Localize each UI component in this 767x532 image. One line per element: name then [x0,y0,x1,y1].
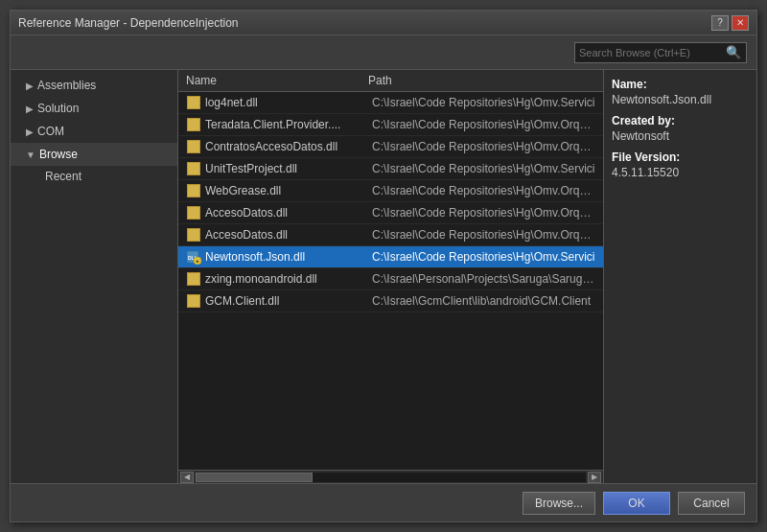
file-path: C:\Israel\Personal\Projects\Saruga\Sarug… [372,272,595,286]
scroll-right-arrow[interactable]: ▶ [588,472,601,483]
table-row[interactable]: UnitTestProject.dll C:\Israel\Code Repos… [178,158,603,180]
com-arrow: ▶ [26,127,34,137]
info-created-value: Newtonsoft [612,129,749,143]
file-path: C:\Israel\Code Repositories\Hg\Omv.Orque… [372,206,595,220]
info-version-label: File Version: [612,150,749,164]
file-name: Teradata.Client.Provider.... [205,118,372,131]
file-path: C:\Israel\Code Repositories\Hg\Omv.Servi… [372,250,595,264]
table-row[interactable]: AccesoDatos.dll C:\Israel\Code Repositor… [178,224,603,246]
special-dll-icon: DLL ★ [186,249,201,265]
table-row[interactable]: log4net.dll C:\Israel\Code Repositories\… [178,92,603,114]
info-created-label: Created by: [612,114,749,127]
dll-icon [187,272,200,286]
file-list: log4net.dll C:\Israel\Code Repositories\… [178,92,603,470]
file-path: C:\Israel\Code Repositories\Hg\Omv.Orque… [372,118,595,131]
sidebar-item-browse-label: Browse [39,148,78,161]
sidebar-item-solution[interactable]: ▶ Solution [11,97,177,120]
info-name-label: Name: [612,78,749,91]
col-path-header: Path [368,74,595,87]
file-path: C:\Israel\Code Repositories\Hg\Omv.Orque… [372,140,595,153]
info-panel: Name: Newtonsoft.Json.dll Created by: Ne… [603,70,756,483]
dll-icon [187,184,200,197]
dll-icon [187,206,200,220]
file-icon [186,293,201,309]
file-icon [186,183,201,198]
title-bar: Reference Manager - DependenceInjection … [11,11,756,35]
window-title: Reference Manager - DependenceInjection [18,16,238,30]
table-row[interactable]: ContratosAccesoDatos.dll C:\Israel\Code … [178,136,603,158]
info-name-value: Newtonsoft.Json.dll [612,93,749,106]
file-name: log4net.dll [205,96,372,109]
file-table-header: Name Path [178,70,603,92]
file-icon [186,95,201,110]
file-name: AccesoDatos.dll [205,228,372,242]
assemblies-arrow: ▶ [26,81,34,91]
file-name: UnitTestProject.dll [205,162,372,175]
sidebar-item-assemblies[interactable]: ▶ Assemblies [11,74,177,97]
file-icon [186,271,201,287]
table-row-selected[interactable]: DLL ★ Newtonsoft.Json.dll C:\Israel\Code… [178,246,603,268]
file-path: C:\Israel\Code Repositories\Hg\Omv.Orque… [372,228,595,242]
search-box: 🔍 [574,42,747,63]
file-path: C:\Israel\Code Repositories\Hg\Omv.Servi… [372,162,595,175]
dll-icon [187,162,200,175]
file-path: C:\Israel\Code Repositories\Hg\Omv.Servi… [372,96,595,109]
dll-icon [187,118,200,131]
dll-icon [187,96,200,109]
scroll-thumb[interactable] [196,473,313,482]
dll-icon [187,294,200,308]
sidebar-item-assemblies-label: Assemblies [37,79,96,92]
file-name: Newtonsoft.Json.dll [205,250,372,264]
svg-text:★: ★ [196,259,199,264]
file-icon [186,117,201,132]
cancel-button[interactable]: Cancel [678,492,745,515]
solution-arrow: ▶ [26,104,34,114]
toolbar: 🔍 [11,35,756,70]
scroll-left-arrow[interactable]: ◀ [180,472,194,483]
file-name: GCM.Client.dll [205,294,372,308]
sidebar-item-browse[interactable]: ▼ Browse [11,143,177,166]
info-version-value: 4.5.11.15520 [612,166,749,179]
file-name: zxing.monoandroid.dll [205,272,372,286]
table-row[interactable]: AccesoDatos.dll C:\Israel\Code Repositor… [178,202,603,224]
sidebar: ▶ Assemblies ▶ Solution ▶ COM ▼ Browse R… [11,70,178,483]
ok-button[interactable]: OK [603,492,670,515]
sidebar-item-com-label: COM [37,125,64,138]
sidebar-item-solution-label: Solution [37,102,79,115]
help-button[interactable]: ? [711,15,729,31]
title-bar-buttons: ? ✕ [711,15,749,31]
dll-icon [187,140,200,153]
close-button[interactable]: ✕ [732,15,749,31]
main-window: Reference Manager - DependenceInjection … [10,10,757,522]
table-row[interactable]: zxing.monoandroid.dll C:\Israel\Personal… [178,268,603,290]
file-name: WebGrease.dll [205,184,372,197]
search-icon[interactable]: 🔍 [726,45,741,59]
file-path: C:\Israel\GcmClient\lib\android\GCM.Clie… [372,294,595,308]
table-row[interactable]: WebGrease.dll C:\Israel\Code Repositorie… [178,180,603,202]
sidebar-item-recent[interactable]: Recent [11,166,177,187]
scroll-track[interactable] [196,473,586,482]
file-panel: Name Path log4net.dll C:\Israel\Code Rep… [178,70,603,483]
sidebar-item-recent-label: Recent [45,170,81,183]
file-name: ContratosAccesoDatos.dll [205,140,372,153]
sidebar-item-com[interactable]: ▶ COM [11,120,177,143]
file-icon [186,227,201,243]
file-icon [186,139,201,154]
browse-button[interactable]: Browse... [523,492,595,515]
browse-arrow: ▼ [26,150,35,160]
file-icon-special: DLL ★ [186,249,201,265]
file-icon [186,161,201,176]
search-input[interactable] [579,47,723,58]
table-row[interactable]: GCM.Client.dll C:\Israel\GcmClient\lib\a… [178,290,603,312]
horizontal-scrollbar[interactable]: ◀ ▶ [178,470,603,483]
footer: Browse... OK Cancel [11,483,756,521]
file-icon [186,205,201,220]
dll-icon [187,228,200,242]
file-name: AccesoDatos.dll [205,206,372,220]
file-path: C:\Israel\Code Repositories\Hg\Omv.Orque… [372,184,595,197]
table-row[interactable]: Teradata.Client.Provider.... C:\Israel\C… [178,114,603,136]
main-content: ▶ Assemblies ▶ Solution ▶ COM ▼ Browse R… [11,70,756,483]
col-name-header: Name [186,74,368,87]
